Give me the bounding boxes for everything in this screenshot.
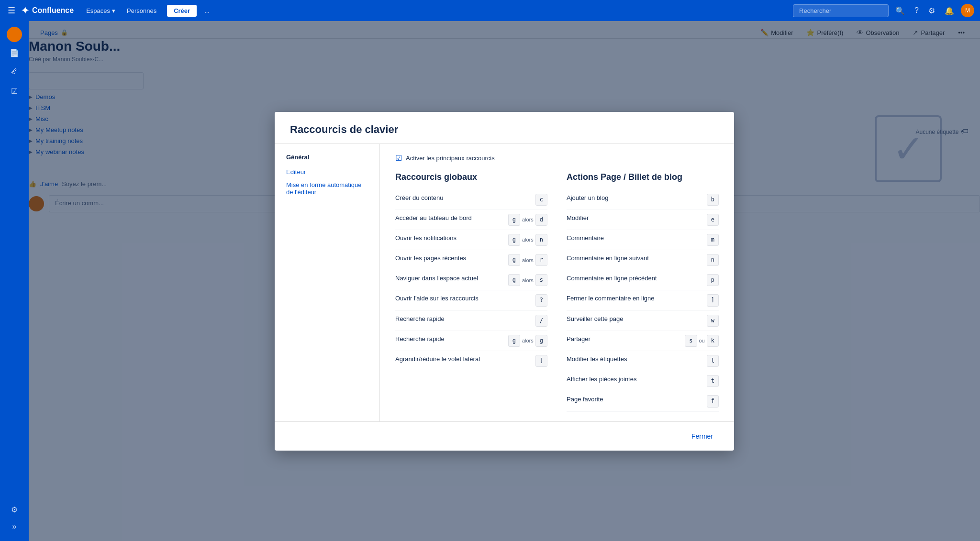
shortcut-pieces-jointes: Afficher les pièces jointes t [567,371,719,391]
shortcut-label: Modifier [567,214,707,222]
hamburger-icon[interactable]: ☰ [6,3,17,18]
top-navigation: ☰ ✦ Confluence Espaces ▾ Personnes Créer… [0,0,980,21]
sidebar-avatar[interactable] [7,27,22,42]
key-then-label: alors [522,237,534,243]
key-badge: g [535,335,547,347]
shortcut-keys: [ [535,355,547,367]
shortcut-keys: g alors s [508,274,547,286]
shortcut-label: Recherche rapide [395,335,508,343]
key-badge: b [707,193,719,205]
shortcut-recherche-slash: Recherche rapide / [395,311,547,331]
shortcut-etiquettes: Modifier les étiquettes l [567,351,719,371]
modal-header: Raccourcis de clavier [275,111,734,144]
shortcut-keys: n [707,254,719,266]
shortcut-keys: f [707,395,719,407]
shortcut-blog: Ajouter un blog b [567,189,719,210]
enable-shortcuts-row: ☑ Activer les principaux raccourcis [395,153,719,162]
sidebar-blog-icon[interactable]: 🗞 [6,63,23,80]
key-badge: s [535,274,547,286]
global-shortcuts-column: Raccourcis globaux Créer du contenu c Ac… [395,172,547,411]
shortcut-pages-recentes: Ouvrir les pages récentes g alors r [395,250,547,270]
confluence-logo-text: Confluence [32,6,74,15]
shortcut-commentaire: Commentaire m [567,230,719,250]
nav-personnes[interactable]: Personnes [122,5,161,16]
checkbox-checked-icon[interactable]: ☑ [395,153,402,162]
shortcut-surveiller: Surveiller cette page w [567,311,719,331]
nav-more-button[interactable]: ... [200,5,213,16]
shortcut-keys: e [707,214,719,226]
key-badge: r [535,254,547,266]
shortcut-keys: g alors r [508,254,547,266]
page-content: Pages 🔒 ✏️ Modifier ⭐ Préféré(f) 👁 Obser… [29,21,980,541]
keyboard-shortcuts-modal: Raccourcis de clavier Général Editeur Mi… [275,111,734,450]
search-icon[interactable]: 🔍 [892,4,908,17]
help-icon[interactable]: ? [912,4,922,17]
sidebar-collapse-icon[interactable]: » [6,518,23,535]
sidebar-link-mise-en-forme[interactable]: Mise en forme automatique de l'éditeur [286,179,368,197]
key-badge: d [535,214,547,226]
shortcut-label: Commentaire [567,234,707,243]
sidebar-tasks-icon[interactable]: ☑ [6,82,23,99]
chevron-down-icon: ▾ [112,7,115,14]
key-then-label: alors [522,257,534,263]
shortcut-label: Commentaire en ligne précédent [567,274,707,283]
nav-espaces[interactable]: Espaces ▾ [81,5,120,16]
shortcut-keys: ] [707,294,719,306]
shortcut-keys: p [707,274,719,286]
shortcut-keys: m [707,234,719,246]
key-then-label: alors [522,277,534,283]
key-badge: m [707,234,719,246]
shortcut-fermer-commentaire: Fermer le commentaire en ligne ] [567,290,719,310]
shortcut-label: Agrandir/réduire le volet latéral [395,355,535,364]
shortcut-keys: t [707,375,719,387]
key-then-label: alors [522,217,534,222]
modal-sidebar-section: Général [286,153,368,160]
key-badge: g [508,335,520,347]
key-badge: c [535,193,547,205]
modal-footer: Fermer [275,421,734,451]
key-badge: g [508,254,520,266]
confluence-logo[interactable]: ✦ Confluence [21,5,74,16]
shortcut-label: Naviguer dans l'espace actuel [395,274,508,283]
sidebar-settings-icon[interactable]: ⚙ [6,501,23,518]
search-box[interactable]: Rechercher [793,4,889,17]
shortcut-commentaire-suivant: Commentaire en ligne suivant n [567,250,719,270]
sidebar-pages-icon[interactable]: 📄 [6,44,23,61]
key-badge: w [707,315,719,327]
key-badge: [ [535,355,547,367]
key-badge: g [508,274,520,286]
shortcut-label: Accéder au tableau de bord [395,214,508,222]
shortcut-keys: s ou k [685,335,719,347]
user-avatar[interactable]: M [961,4,974,17]
shortcut-label: Afficher les pièces jointes [567,375,707,384]
key-ou-label: ou [699,338,705,343]
search-placeholder: Rechercher [799,7,831,14]
close-button[interactable]: Fermer [686,430,719,443]
shortcut-label: Surveiller cette page [567,315,707,323]
shortcut-modifier: Modifier e [567,210,719,230]
key-badge: g [508,234,520,246]
sidebar-link-editeur[interactable]: Editeur [286,166,368,177]
create-button[interactable]: Créer [167,5,197,17]
key-badge: ] [707,294,719,306]
global-shortcuts-heading: Raccourcis globaux [395,172,547,182]
confluence-logo-icon: ✦ [21,5,29,16]
shortcut-volet: Agrandir/réduire le volet latéral [ [395,351,547,371]
sidebar-bottom: ⚙ » [6,501,23,535]
shortcut-espace: Naviguer dans l'espace actuel g alors s [395,270,547,290]
left-sidebar: 📄 🗞 ☑ ⚙ » [0,21,29,541]
page-shortcuts-column: Actions Page / Billet de blog Ajouter un… [567,172,719,411]
key-badge: p [707,274,719,286]
key-badge: / [535,315,547,327]
shortcut-page-favorite: Page favorite f [567,391,719,411]
key-badge: l [707,355,719,367]
shortcut-label: Modifier les étiquettes [567,355,707,364]
key-badge: e [707,214,719,226]
shortcut-recherche-gg: Recherche rapide g alors g [395,331,547,351]
shortcut-partager: Partager s ou k [567,331,719,351]
shortcut-keys: g alors n [508,234,547,246]
settings-icon[interactable]: ⚙ [925,4,938,17]
notifications-icon[interactable]: 🔔 [942,4,957,17]
shortcut-label: Partager [567,335,685,343]
shortcut-commentaire-precedent: Commentaire en ligne précédent p [567,270,719,290]
